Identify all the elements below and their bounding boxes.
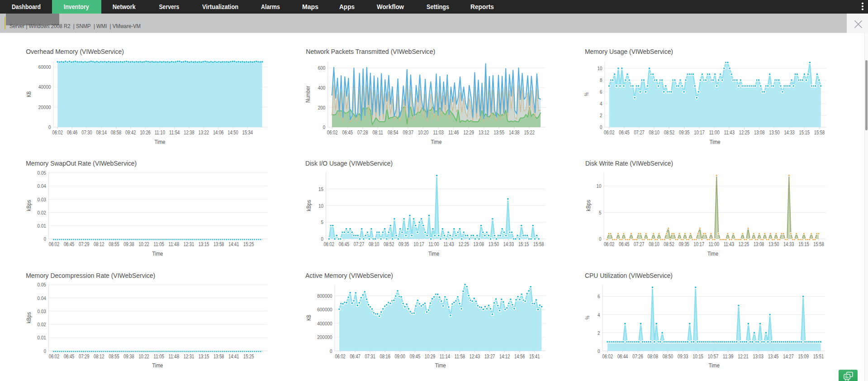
svg-text:08:52: 08:52 [664,129,675,136]
svg-text:13:03: 13:03 [753,353,764,360]
svg-text:Time: Time [431,139,442,145]
svg-text:Time: Time [707,251,718,257]
svg-text:0: 0 [43,348,46,354]
svg-text:10:17: 10:17 [694,129,705,136]
svg-text:15:41: 15:41 [529,353,540,360]
svg-text:Alarms: Alarms [261,3,280,10]
svg-text:400000: 400000 [317,321,332,326]
svg-text:14:56: 14:56 [514,353,525,360]
svg-text:12:31: 12:31 [184,241,194,248]
svg-text:13:15: 13:15 [199,353,209,360]
svg-text:Virtualization: Virtualization [202,3,238,10]
svg-text:CPU Utilization (VIWebService): CPU Utilization (VIWebService) [585,271,673,279]
svg-text:09:45: 09:45 [410,353,421,360]
svg-text:0.04: 0.04 [38,183,46,189]
svg-text:06:45: 06:45 [342,129,353,136]
svg-text:0: 0 [330,348,332,354]
svg-text:Workflow: Workflow [377,3,404,10]
svg-text:13:50: 13:50 [768,241,779,248]
svg-text:13:15: 13:15 [199,241,209,248]
svg-text:Overhead Memory (VIWebService): Overhead Memory (VIWebService) [26,48,124,55]
svg-text:Servers: Servers [159,3,179,10]
svg-text:Time: Time [435,362,446,369]
svg-text:10:57: 10:57 [708,353,719,360]
svg-text:12:43: 12:43 [470,353,480,360]
svg-text:13:22: 13:22 [199,129,209,136]
svg-text:06:45: 06:45 [64,353,75,360]
svg-text:12:38: 12:38 [184,129,194,136]
svg-text:10: 10 [596,183,601,189]
svg-text:11:43: 11:43 [724,241,735,248]
svg-text:06:02: 06:02 [604,129,615,136]
svg-text:0: 0 [48,124,51,130]
svg-text:11:54: 11:54 [169,129,180,136]
svg-text:kBps: kBps [585,200,592,211]
svg-text:06:02: 06:02 [49,241,60,248]
svg-text:400: 400 [318,85,326,90]
svg-text:KB: KB [306,315,312,321]
svg-text:11:14: 11:14 [440,353,451,360]
svg-text:09:38: 09:38 [123,353,134,360]
svg-text:0.05: 0.05 [38,170,46,176]
svg-text:0.02: 0.02 [38,322,46,327]
svg-text:10:20: 10:20 [418,129,429,136]
svg-text:15:25: 15:25 [243,353,254,360]
svg-text:14:33: 14:33 [503,241,514,248]
svg-text:Number: Number [305,86,312,103]
svg-text:%: % [583,92,590,96]
svg-text:Time: Time [710,139,721,145]
svg-text:0: 0 [323,124,326,130]
svg-text:12:31: 12:31 [184,353,194,360]
svg-text:09:38: 09:38 [123,241,134,248]
svg-text:13:58: 13:58 [213,353,224,360]
svg-text:Time: Time [428,251,439,257]
svg-text:08:10: 08:10 [649,129,660,136]
svg-text:12:29: 12:29 [464,129,474,136]
svg-text:06:44: 06:44 [617,353,628,360]
svg-text:15:22: 15:22 [524,129,535,136]
svg-text:Network: Network [113,3,136,10]
svg-text:13:55: 13:55 [494,129,505,136]
svg-text:10:17: 10:17 [413,241,424,248]
svg-text:08:55: 08:55 [109,241,119,248]
svg-text:0: 0 [321,236,324,242]
svg-text:15:09: 15:09 [798,353,809,360]
svg-text:10:17: 10:17 [694,241,705,248]
svg-text:kBps: kBps [26,312,32,324]
svg-text:Active Memory (VIWebService): Active Memory (VIWebService) [305,271,393,279]
svg-text:06:45: 06:45 [619,241,630,248]
svg-text:13:45: 13:45 [768,353,779,360]
svg-text:13:08: 13:08 [754,129,765,136]
svg-text:kBps: kBps [26,200,32,211]
svg-text:13:27: 13:27 [484,353,495,360]
svg-text:09:35: 09:35 [678,241,689,248]
svg-text:06:02: 06:02 [335,353,346,360]
svg-text:2: 2 [598,330,600,336]
svg-text:Inventory: Inventory [64,3,90,10]
svg-text:07:27: 07:27 [634,241,645,248]
svg-text:11:43: 11:43 [724,129,735,136]
svg-text:11:03: 11:03 [433,129,444,136]
svg-text:10:26: 10:26 [140,129,151,136]
svg-text:20000: 20000 [38,105,51,110]
svg-text:6: 6 [600,89,602,95]
svg-text:15:58: 15:58 [814,129,825,136]
svg-text:07:26: 07:26 [632,353,643,360]
svg-text:09:35: 09:35 [398,241,409,248]
svg-text:14:27: 14:27 [783,353,794,360]
svg-text:13:08: 13:08 [474,241,484,248]
svg-text:10:22: 10:22 [138,241,149,248]
svg-text:Memory Usage (VIWebService): Memory Usage (VIWebService) [585,48,673,55]
svg-text:10: 10 [318,203,323,209]
svg-text:14:33: 14:33 [783,241,794,248]
svg-text:07:28: 07:28 [357,129,368,136]
svg-text:11:58: 11:58 [455,353,465,360]
svg-text:10:15: 10:15 [693,353,703,360]
svg-text:14:06: 14:06 [213,129,224,136]
svg-text:15:15: 15:15 [798,241,809,248]
svg-text:11:00: 11:00 [709,129,720,136]
svg-text:06:45: 06:45 [339,241,350,248]
svg-text:13:50: 13:50 [489,241,499,248]
svg-text:15:51: 15:51 [813,353,824,360]
svg-text:11:00: 11:00 [428,241,439,248]
